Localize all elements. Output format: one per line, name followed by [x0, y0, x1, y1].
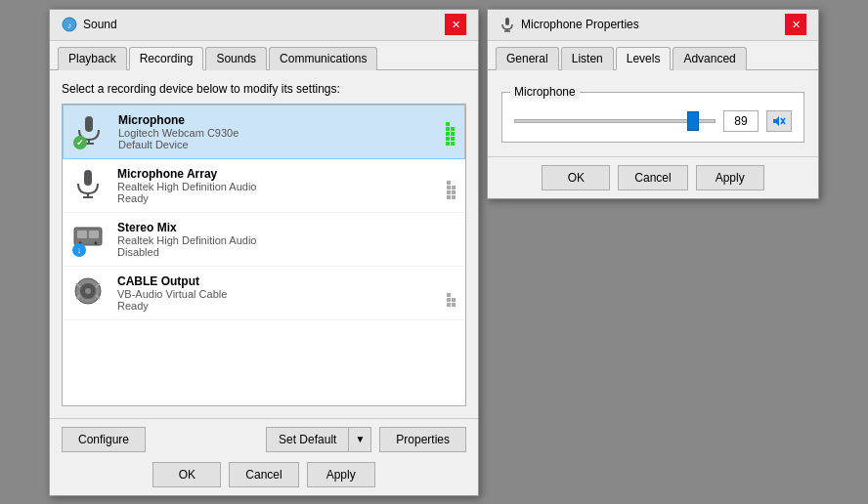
microphone-group: Microphone 89: [501, 92, 804, 143]
sound-cancel-button[interactable]: Cancel: [229, 462, 298, 487]
sound-title-icon: ♪: [62, 17, 77, 32]
tab-communications[interactable]: Communications: [269, 47, 377, 70]
device-item-microphone[interactable]: ✓ Microphone Logitech Webcam C930e Defau…: [63, 105, 465, 159]
tab-playback[interactable]: Playback: [58, 47, 127, 70]
device-list: ✓ Microphone Logitech Webcam C930e Defau…: [62, 104, 466, 406]
mic-tabs: General Listen Levels Advanced: [488, 41, 818, 70]
svg-rect-2: [85, 116, 93, 132]
tab-general[interactable]: General: [496, 47, 559, 70]
device-info-microphone: Microphone Logitech Webcam C930e Default…: [118, 113, 436, 150]
device-icon-wrap-microphone: ✓: [73, 114, 108, 149]
device-item-mic-array[interactable]: Microphone Array Realtek High Definition…: [63, 159, 465, 213]
tab-levels[interactable]: Levels: [616, 47, 672, 70]
level-value: 89: [723, 110, 759, 132]
device-detail2-cable: Ready: [117, 300, 437, 312]
device-info-cable: CABLE Output VB-Audio Virtual Cable Read…: [117, 274, 437, 312]
group-label: Microphone: [510, 85, 580, 99]
tab-advanced[interactable]: Advanced: [673, 47, 746, 70]
sound-apply-button[interactable]: Apply: [307, 462, 375, 487]
svg-rect-9: [77, 231, 87, 238]
cable-output-icon: [72, 275, 104, 307]
device-name-microphone: Microphone: [118, 113, 436, 127]
sound-content: Select a recording device below to modif…: [50, 70, 478, 418]
sound-title-text: Sound: [83, 18, 117, 31]
sound-tabs: Playback Recording Sounds Communications: [50, 41, 478, 70]
set-default-arrow[interactable]: ▼: [348, 427, 371, 452]
mic-properties-dialog: Microphone Properties ✕ General Listen L…: [487, 9, 819, 199]
svg-marker-23: [773, 116, 779, 126]
device-detail2-array: Ready: [117, 192, 437, 204]
device-detail1-stereo: Realtek High Definition Audio: [117, 234, 456, 246]
svg-text:♪: ♪: [67, 21, 72, 30]
mic-ok-button[interactable]: OK: [542, 165, 610, 190]
sound-ok-button[interactable]: OK: [152, 462, 221, 487]
level-bars-array: [447, 172, 456, 199]
mic-footer: OK Cancel Apply: [488, 156, 818, 198]
svg-point-12: [95, 241, 98, 244]
microphone-array-icon: [72, 168, 104, 199]
device-icon-wrap-cable: [72, 275, 108, 311]
configure-button[interactable]: Configure: [62, 427, 146, 452]
sound-dialog: ♪ Sound ✕ Playback Recording Sounds Comm…: [49, 9, 479, 496]
slider-track: [514, 119, 716, 123]
device-info-array: Microphone Array Realtek High Definition…: [117, 167, 437, 204]
default-badge: ✓: [73, 136, 87, 149]
device-info-stereo: Stereo Mix Realtek High Definition Audio…: [117, 221, 456, 258]
mic-title-left: Microphone Properties: [499, 17, 639, 32]
device-detail1-microphone: Logitech Webcam C930e: [118, 127, 436, 139]
device-detail1-cable: VB-Audio Virtual Cable: [117, 288, 437, 300]
svg-point-15: [85, 288, 91, 294]
mic-content: Microphone 89: [488, 70, 818, 156]
device-icon-wrap-array: [72, 168, 108, 203]
mic-close-button[interactable]: ✕: [785, 14, 806, 35]
slider-thumb[interactable]: [687, 111, 699, 131]
sound-title-bar: ♪ Sound ✕: [50, 10, 478, 41]
tab-sounds[interactable]: Sounds: [205, 47, 267, 70]
svg-rect-20: [505, 18, 509, 25]
download-badge: ↓: [72, 243, 86, 257]
sound-footer-top: Configure Set Default ▼ Properties: [62, 427, 466, 452]
speaker-icon: [772, 114, 786, 128]
sound-close-button[interactable]: ✕: [445, 14, 466, 35]
mic-cancel-button[interactable]: Cancel: [618, 165, 687, 190]
sound-footer-bottom: OK Cancel Apply: [62, 462, 466, 487]
svg-rect-5: [84, 170, 92, 186]
set-default-split: Set Default ▼: [266, 427, 371, 452]
set-default-button[interactable]: Set Default: [266, 427, 348, 452]
mic-title-bar: Microphone Properties ✕: [488, 10, 818, 41]
tab-listen[interactable]: Listen: [561, 47, 614, 70]
device-icon-wrap-stereo: ↓: [72, 222, 108, 257]
level-row: 89: [514, 110, 792, 132]
device-item-cable[interactable]: CABLE Output VB-Audio Virtual Cable Read…: [63, 267, 465, 320]
tab-recording[interactable]: Recording: [129, 47, 204, 70]
properties-button[interactable]: Properties: [379, 427, 466, 452]
device-detail2-stereo: Disabled: [117, 246, 456, 258]
svg-rect-10: [89, 231, 99, 238]
volume-slider-container: [514, 111, 716, 131]
sound-title-left: ♪ Sound: [62, 17, 117, 32]
device-name-stereo: Stereo Mix: [117, 221, 456, 234]
level-bars-cable: [447, 279, 456, 307]
device-name-cable: CABLE Output: [117, 274, 437, 288]
mic-apply-button[interactable]: Apply: [696, 165, 764, 190]
section-label: Select a recording device below to modif…: [62, 82, 466, 96]
sound-footer: Configure Set Default ▼ Properties OK Ca…: [50, 418, 478, 495]
slider-fill: [515, 120, 693, 122]
mute-button[interactable]: [766, 110, 792, 132]
mic-title-icon: [499, 17, 515, 32]
level-bars-microphone: [446, 118, 455, 146]
mic-title-text: Microphone Properties: [521, 18, 639, 31]
device-item-stereo-mix[interactable]: ↓ Stereo Mix Realtek High Definition Aud…: [63, 213, 465, 267]
device-detail1-array: Realtek High Definition Audio: [117, 181, 437, 192]
device-name-array: Microphone Array: [117, 167, 437, 181]
device-detail2-microphone: Default Device: [118, 139, 436, 150]
